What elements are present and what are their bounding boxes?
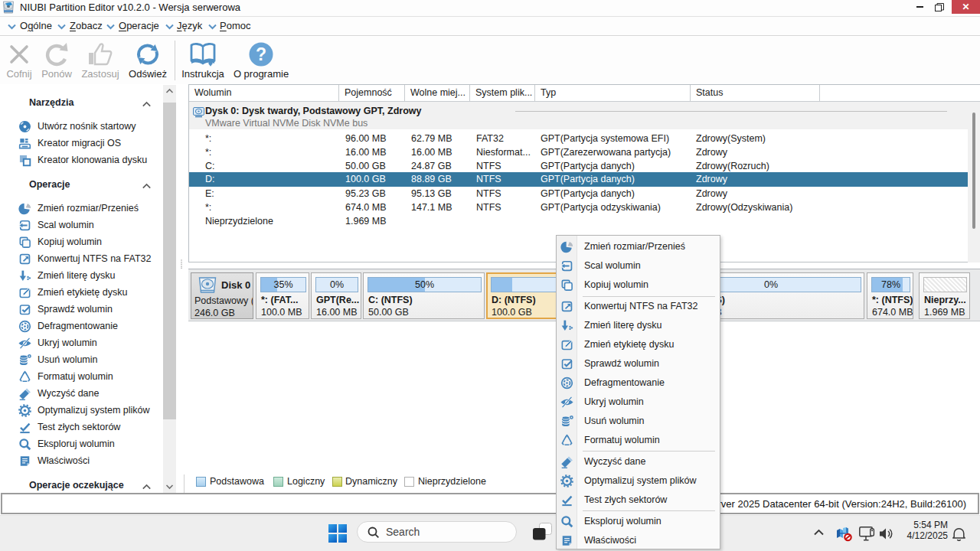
svg-text:?: ? (256, 44, 266, 64)
